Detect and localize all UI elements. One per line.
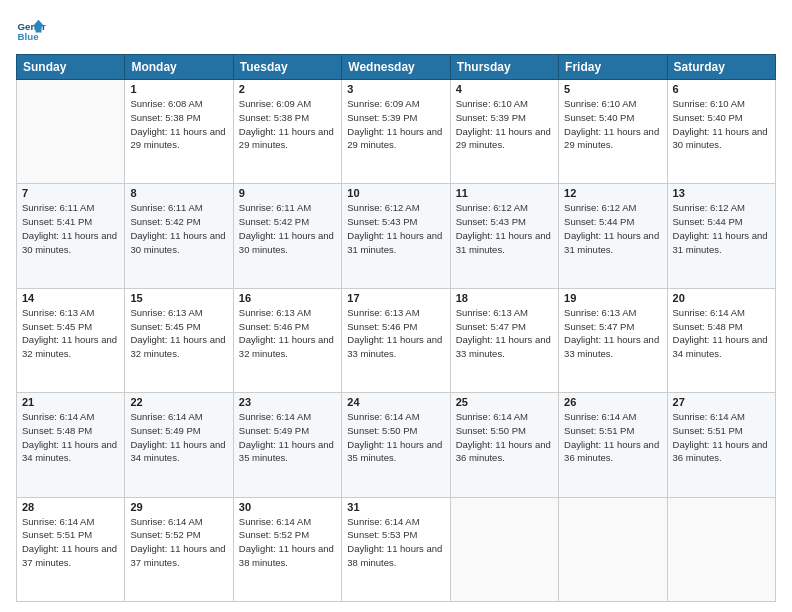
day-number: 2: [239, 83, 336, 95]
day-number: 23: [239, 396, 336, 408]
calendar-cell: 8Sunrise: 6:11 AMSunset: 5:42 PMDaylight…: [125, 184, 233, 288]
calendar-week-row: 21Sunrise: 6:14 AMSunset: 5:48 PMDayligh…: [17, 393, 776, 497]
calendar-cell: [559, 497, 667, 601]
day-number: 20: [673, 292, 770, 304]
calendar-cell: 22Sunrise: 6:14 AMSunset: 5:49 PMDayligh…: [125, 393, 233, 497]
day-detail: Sunrise: 6:14 AMSunset: 5:48 PMDaylight:…: [673, 306, 770, 361]
calendar-cell: [667, 497, 775, 601]
day-number: 12: [564, 187, 661, 199]
day-detail: Sunrise: 6:14 AMSunset: 5:49 PMDaylight:…: [130, 410, 227, 465]
day-number: 13: [673, 187, 770, 199]
svg-text:Blue: Blue: [18, 31, 40, 42]
day-detail: Sunrise: 6:11 AMSunset: 5:42 PMDaylight:…: [239, 201, 336, 256]
calendar-cell: 12Sunrise: 6:12 AMSunset: 5:44 PMDayligh…: [559, 184, 667, 288]
calendar-cell: 28Sunrise: 6:14 AMSunset: 5:51 PMDayligh…: [17, 497, 125, 601]
day-detail: Sunrise: 6:13 AMSunset: 5:46 PMDaylight:…: [347, 306, 444, 361]
weekday-header: Thursday: [450, 55, 558, 80]
day-detail: Sunrise: 6:13 AMSunset: 5:47 PMDaylight:…: [564, 306, 661, 361]
day-number: 21: [22, 396, 119, 408]
day-detail: Sunrise: 6:13 AMSunset: 5:45 PMDaylight:…: [22, 306, 119, 361]
day-number: 11: [456, 187, 553, 199]
calendar-week-row: 1Sunrise: 6:08 AMSunset: 5:38 PMDaylight…: [17, 80, 776, 184]
calendar-cell: 7Sunrise: 6:11 AMSunset: 5:41 PMDaylight…: [17, 184, 125, 288]
calendar-cell: 19Sunrise: 6:13 AMSunset: 5:47 PMDayligh…: [559, 288, 667, 392]
day-detail: Sunrise: 6:14 AMSunset: 5:49 PMDaylight:…: [239, 410, 336, 465]
day-number: 10: [347, 187, 444, 199]
calendar-cell: 4Sunrise: 6:10 AMSunset: 5:39 PMDaylight…: [450, 80, 558, 184]
logo: General Blue: [16, 16, 46, 46]
calendar-cell: 27Sunrise: 6:14 AMSunset: 5:51 PMDayligh…: [667, 393, 775, 497]
day-detail: Sunrise: 6:14 AMSunset: 5:52 PMDaylight:…: [239, 515, 336, 570]
calendar-cell: 20Sunrise: 6:14 AMSunset: 5:48 PMDayligh…: [667, 288, 775, 392]
day-detail: Sunrise: 6:10 AMSunset: 5:40 PMDaylight:…: [564, 97, 661, 152]
calendar-week-row: 28Sunrise: 6:14 AMSunset: 5:51 PMDayligh…: [17, 497, 776, 601]
day-detail: Sunrise: 6:14 AMSunset: 5:48 PMDaylight:…: [22, 410, 119, 465]
day-number: 1: [130, 83, 227, 95]
calendar-cell: 13Sunrise: 6:12 AMSunset: 5:44 PMDayligh…: [667, 184, 775, 288]
calendar-cell: 17Sunrise: 6:13 AMSunset: 5:46 PMDayligh…: [342, 288, 450, 392]
day-detail: Sunrise: 6:08 AMSunset: 5:38 PMDaylight:…: [130, 97, 227, 152]
day-detail: Sunrise: 6:14 AMSunset: 5:51 PMDaylight:…: [673, 410, 770, 465]
day-detail: Sunrise: 6:11 AMSunset: 5:41 PMDaylight:…: [22, 201, 119, 256]
day-detail: Sunrise: 6:13 AMSunset: 5:45 PMDaylight:…: [130, 306, 227, 361]
day-number: 5: [564, 83, 661, 95]
day-number: 16: [239, 292, 336, 304]
day-number: 27: [673, 396, 770, 408]
calendar-cell: 15Sunrise: 6:13 AMSunset: 5:45 PMDayligh…: [125, 288, 233, 392]
calendar-cell: 23Sunrise: 6:14 AMSunset: 5:49 PMDayligh…: [233, 393, 341, 497]
calendar-cell: 2Sunrise: 6:09 AMSunset: 5:38 PMDaylight…: [233, 80, 341, 184]
day-number: 6: [673, 83, 770, 95]
weekday-header: Saturday: [667, 55, 775, 80]
day-number: 28: [22, 501, 119, 513]
calendar-cell: 9Sunrise: 6:11 AMSunset: 5:42 PMDaylight…: [233, 184, 341, 288]
calendar-cell: 18Sunrise: 6:13 AMSunset: 5:47 PMDayligh…: [450, 288, 558, 392]
day-detail: Sunrise: 6:14 AMSunset: 5:50 PMDaylight:…: [456, 410, 553, 465]
day-number: 24: [347, 396, 444, 408]
page: General Blue SundayMondayTuesdayWednesda…: [0, 0, 792, 612]
day-detail: Sunrise: 6:12 AMSunset: 5:44 PMDaylight:…: [673, 201, 770, 256]
calendar-week-row: 7Sunrise: 6:11 AMSunset: 5:41 PMDaylight…: [17, 184, 776, 288]
day-number: 19: [564, 292, 661, 304]
day-number: 22: [130, 396, 227, 408]
calendar-table: SundayMondayTuesdayWednesdayThursdayFrid…: [16, 54, 776, 602]
day-number: 18: [456, 292, 553, 304]
calendar-cell: 16Sunrise: 6:13 AMSunset: 5:46 PMDayligh…: [233, 288, 341, 392]
day-detail: Sunrise: 6:14 AMSunset: 5:50 PMDaylight:…: [347, 410, 444, 465]
day-number: 14: [22, 292, 119, 304]
day-number: 9: [239, 187, 336, 199]
calendar-cell: [17, 80, 125, 184]
day-detail: Sunrise: 6:12 AMSunset: 5:44 PMDaylight:…: [564, 201, 661, 256]
day-detail: Sunrise: 6:09 AMSunset: 5:38 PMDaylight:…: [239, 97, 336, 152]
calendar-cell: 30Sunrise: 6:14 AMSunset: 5:52 PMDayligh…: [233, 497, 341, 601]
day-number: 29: [130, 501, 227, 513]
calendar-cell: 26Sunrise: 6:14 AMSunset: 5:51 PMDayligh…: [559, 393, 667, 497]
day-detail: Sunrise: 6:14 AMSunset: 5:51 PMDaylight:…: [564, 410, 661, 465]
calendar-cell: 6Sunrise: 6:10 AMSunset: 5:40 PMDaylight…: [667, 80, 775, 184]
day-detail: Sunrise: 6:13 AMSunset: 5:47 PMDaylight:…: [456, 306, 553, 361]
calendar-cell: 3Sunrise: 6:09 AMSunset: 5:39 PMDaylight…: [342, 80, 450, 184]
logo-icon: General Blue: [16, 16, 46, 46]
day-detail: Sunrise: 6:14 AMSunset: 5:51 PMDaylight:…: [22, 515, 119, 570]
calendar-cell: 31Sunrise: 6:14 AMSunset: 5:53 PMDayligh…: [342, 497, 450, 601]
header: General Blue: [16, 16, 776, 46]
calendar-cell: 14Sunrise: 6:13 AMSunset: 5:45 PMDayligh…: [17, 288, 125, 392]
day-number: 31: [347, 501, 444, 513]
day-detail: Sunrise: 6:13 AMSunset: 5:46 PMDaylight:…: [239, 306, 336, 361]
day-number: 25: [456, 396, 553, 408]
calendar-cell: 5Sunrise: 6:10 AMSunset: 5:40 PMDaylight…: [559, 80, 667, 184]
weekday-header: Tuesday: [233, 55, 341, 80]
day-detail: Sunrise: 6:14 AMSunset: 5:53 PMDaylight:…: [347, 515, 444, 570]
day-number: 4: [456, 83, 553, 95]
day-number: 3: [347, 83, 444, 95]
day-detail: Sunrise: 6:12 AMSunset: 5:43 PMDaylight:…: [347, 201, 444, 256]
day-number: 26: [564, 396, 661, 408]
calendar-cell: 1Sunrise: 6:08 AMSunset: 5:38 PMDaylight…: [125, 80, 233, 184]
weekday-header: Monday: [125, 55, 233, 80]
day-detail: Sunrise: 6:09 AMSunset: 5:39 PMDaylight:…: [347, 97, 444, 152]
calendar-cell: 24Sunrise: 6:14 AMSunset: 5:50 PMDayligh…: [342, 393, 450, 497]
weekday-header: Friday: [559, 55, 667, 80]
weekday-header: Sunday: [17, 55, 125, 80]
day-detail: Sunrise: 6:14 AMSunset: 5:52 PMDaylight:…: [130, 515, 227, 570]
day-number: 15: [130, 292, 227, 304]
day-number: 17: [347, 292, 444, 304]
